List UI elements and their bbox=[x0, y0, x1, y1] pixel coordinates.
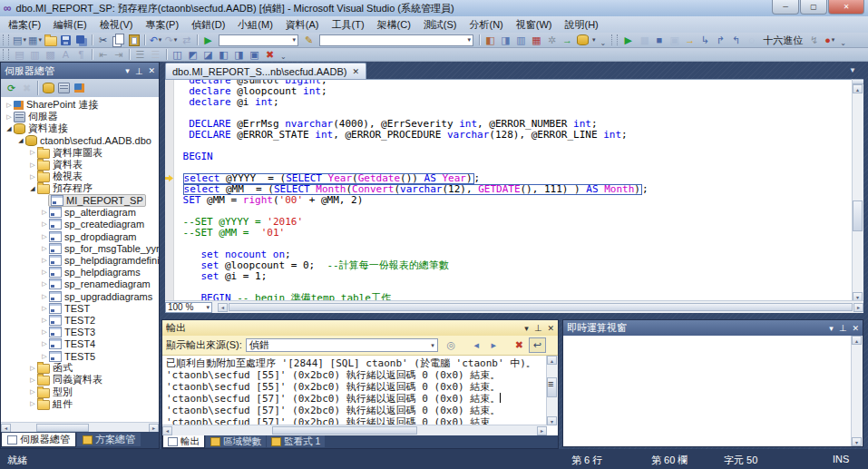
zoom-level-combo[interactable]: 100 % ▾ bbox=[165, 302, 212, 313]
window-position-icon[interactable]: ▾ bbox=[524, 324, 529, 333]
continue-button[interactable]: ▶ bbox=[620, 34, 636, 47]
menu-item-h[interactable]: 說明(H) bbox=[559, 16, 605, 33]
close-document-icon[interactable]: ✕ bbox=[352, 67, 359, 76]
show-next-statement-button[interactable]: → bbox=[682, 34, 697, 47]
show-diagram-pane-button[interactable]: ◧ bbox=[483, 34, 498, 47]
execute-query-button[interactable]: → bbox=[560, 34, 575, 47]
parameter-info-button[interactable]: ▥ bbox=[27, 48, 43, 62]
scroll-right-icon[interactable]: ▸ bbox=[149, 424, 159, 433]
word-wrap-button[interactable]: ↩ bbox=[529, 337, 546, 353]
output-header[interactable]: 輸出 ▾ ⊤ ✕ bbox=[162, 320, 558, 336]
output-source-combo[interactable]: 偵錯 ▾ bbox=[246, 338, 438, 352]
query-database-button[interactable] bbox=[575, 34, 590, 47]
step-over-button[interactable]: ↱ bbox=[713, 34, 728, 47]
tree-item-sp_alterdiagram[interactable]: ▷sp_alterdiagram bbox=[1, 207, 159, 219]
collapse-icon[interactable]: ◢ bbox=[28, 185, 37, 192]
copy-button[interactable] bbox=[111, 34, 126, 47]
scroll-up-icon[interactable]: ▴ bbox=[547, 356, 557, 365]
add-item-button[interactable]: ▦▾ bbox=[27, 34, 43, 47]
connect-to-server-button[interactable] bbox=[56, 82, 72, 95]
tree-item-[interactable]: ▷資料庫圖表 bbox=[1, 147, 159, 159]
expand-icon[interactable]: ▷ bbox=[5, 102, 14, 109]
navigate-button[interactable]: ⇄ bbox=[179, 34, 194, 47]
toolbar-overflow-icon[interactable]: ⌄ bbox=[840, 39, 846, 47]
expand-icon[interactable]: ▷ bbox=[28, 400, 37, 407]
save-button[interactable] bbox=[58, 34, 73, 47]
scroll-down-icon[interactable]: ▾ bbox=[852, 437, 862, 446]
expand-icon[interactable]: ▷ bbox=[40, 340, 49, 347]
tree-item-test[interactable]: ▷TEST bbox=[1, 302, 159, 314]
explorer-tab-方案總管[interactable]: 方案總管 bbox=[77, 433, 141, 446]
expand-icon[interactable]: ▷ bbox=[40, 293, 49, 300]
scroll-up-icon[interactable]: ▴ bbox=[853, 84, 863, 93]
show-criteria-pane-button[interactable]: ◨ bbox=[498, 34, 513, 47]
expand-icon[interactable]: ▷ bbox=[28, 149, 37, 156]
immediate-header[interactable]: 即時運算視窗 ▾ ⊤ ✕ bbox=[563, 320, 863, 336]
toolbar-grip[interactable] bbox=[3, 49, 9, 59]
toolbar-grip[interactable] bbox=[3, 34, 9, 46]
tree-item-sp_dropdiagram[interactable]: ▷sp_dropdiagram bbox=[1, 230, 159, 242]
close-panel-icon[interactable]: ✕ bbox=[852, 324, 859, 333]
breakpoint-button[interactable]: ●▾ bbox=[822, 34, 837, 47]
hex-display-toggle[interactable]: 十六進位 bbox=[763, 34, 803, 47]
find-combo[interactable]: ▾ bbox=[319, 34, 473, 46]
decrease-indent-button[interactable]: ⇤ bbox=[95, 48, 111, 62]
menu-item-w[interactable]: 視窗(W) bbox=[510, 16, 559, 33]
expand-icon[interactable]: ▷ bbox=[40, 257, 49, 264]
paste-button[interactable] bbox=[126, 34, 141, 47]
menu-item-t[interactable]: 工具(T) bbox=[326, 16, 371, 33]
prev-bookmark-folder-button[interactable]: ◧ bbox=[216, 48, 231, 62]
find-message-button[interactable]: ◎ bbox=[444, 338, 459, 352]
expand-icon[interactable]: ▷ bbox=[40, 233, 49, 240]
scroll-thumb[interactable]: ≡ bbox=[547, 377, 557, 397]
tree-item-sp_helpdiagramdefinition[interactable]: ▷sp_helpdiagramdefinition bbox=[1, 254, 159, 266]
collapse-icon[interactable]: ◢ bbox=[5, 125, 14, 132]
expand-icon[interactable]: ▷ bbox=[28, 376, 37, 384]
prev-bookmark-button[interactable]: ◩ bbox=[185, 48, 200, 62]
scroll-thumb[interactable] bbox=[229, 303, 853, 311]
expand-icon[interactable]: ▷ bbox=[28, 161, 37, 169]
menu-item-m[interactable]: 小組(M) bbox=[231, 16, 279, 33]
scroll-thumb[interactable] bbox=[272, 426, 417, 435]
tree-item-sp_creatediagram[interactable]: ▷sp_creatediagram bbox=[1, 219, 159, 230]
tree-item-ctaonbsecfudaadbdbo[interactable]: ◢ctaonb\secfud.AADB.dbo bbox=[1, 135, 159, 147]
expand-icon[interactable]: ▷ bbox=[40, 353, 49, 360]
tree-item-[interactable]: ▷同義資料表 bbox=[1, 374, 159, 386]
quick-info-button[interactable]: ▩ bbox=[43, 48, 58, 62]
output-tab-監看式1[interactable]: 監看式 1 bbox=[267, 435, 325, 447]
bookmark-window-button[interactable]: ▣ bbox=[247, 48, 262, 62]
open-file-button[interactable] bbox=[43, 34, 58, 47]
show-threads-button[interactable]: ↯ bbox=[806, 34, 822, 47]
tree-item-[interactable]: ▷伺服器 bbox=[1, 111, 159, 122]
menu-item-p[interactable]: 專案(P) bbox=[139, 16, 185, 33]
scroll-right-icon[interactable]: ▸ bbox=[537, 426, 547, 435]
tree-item-test4[interactable]: ▷TEST4 bbox=[1, 338, 159, 350]
tree-item-sharepoint[interactable]: ▷SharePoint 連接 bbox=[1, 99, 159, 111]
scroll-up-icon[interactable]: ▴ bbox=[852, 336, 862, 345]
code-area[interactable]: declare @sumlot bigint;declare @loopcoun… bbox=[165, 79, 853, 302]
expand-icon[interactable]: ▷ bbox=[40, 317, 49, 324]
collapse-icon[interactable]: ◢ bbox=[16, 137, 25, 144]
menu-item-a[interactable]: 資料(A) bbox=[279, 16, 326, 33]
uncomment-selection-button[interactable]: ☰ bbox=[148, 48, 163, 62]
menu-item-s[interactable]: 測試(S) bbox=[417, 16, 463, 33]
new-project-button[interactable]: ▤▾ bbox=[12, 34, 27, 47]
stop-debugging-button[interactable]: ■ bbox=[651, 34, 667, 47]
scroll-down-icon[interactable]: ▾ bbox=[547, 416, 557, 425]
next-bookmark-button[interactable]: ◪ bbox=[200, 48, 216, 62]
tree-item-mi_report_sp[interactable]: MI_REPORT_SP bbox=[1, 195, 159, 207]
expand-icon[interactable]: ▷ bbox=[40, 328, 49, 336]
output-hscrollbar[interactable]: ◂ ▸ bbox=[162, 425, 547, 435]
edit-query-button[interactable]: ✎ bbox=[301, 34, 317, 47]
comment-selection-button[interactable]: ☰ bbox=[132, 48, 148, 62]
show-results-pane-button[interactable]: ▦ bbox=[529, 34, 544, 47]
menu-item-n[interactable]: 分析(N) bbox=[463, 16, 510, 33]
pin-icon[interactable]: ⊤ bbox=[839, 324, 847, 332]
expand-icon[interactable]: ▷ bbox=[40, 245, 49, 252]
save-all-button[interactable] bbox=[73, 34, 89, 47]
toolbar-overflow-icon[interactable]: ⌄ bbox=[280, 53, 287, 61]
minimize-button[interactable]: ─ bbox=[772, 0, 799, 15]
close-button[interactable]: ✕ bbox=[828, 0, 864, 15]
explorer-tab-伺服器總管[interactable]: 伺服器總管 bbox=[1, 433, 76, 447]
menu-item-v[interactable]: 檢視(V) bbox=[93, 16, 140, 33]
